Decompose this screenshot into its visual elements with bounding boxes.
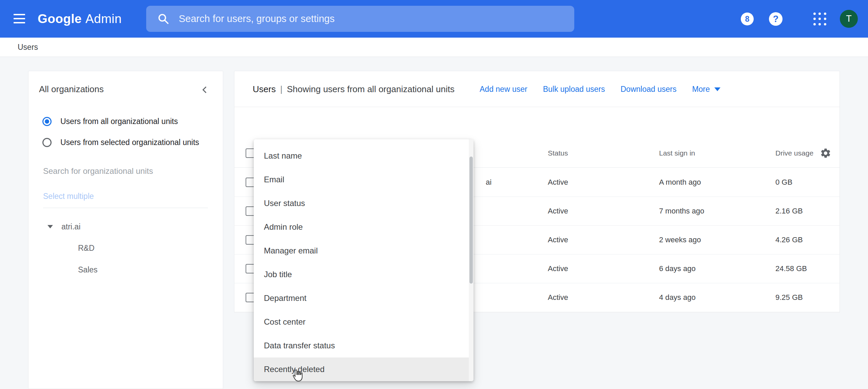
cell-status: Active [548,254,568,283]
cell-last-sign-in: 2 weeks ago [659,226,701,254]
logo-admin-text: Admin [85,12,122,26]
cell-last-sign-in: 6 days ago [659,254,696,283]
org-units-search-input[interactable] [43,166,206,176]
more-label: More [692,85,710,94]
column-header-last-sign-in[interactable]: Last sign in [659,139,695,167]
account-avatar[interactable]: T [840,10,858,28]
sidebar-divider [43,208,208,208]
column-options-dropdown: Last name Email User status Admin role M… [254,139,474,381]
column-settings-button[interactable] [820,147,831,159]
radio-label: Users from all organizational units [60,117,178,126]
radio-label: Users from selected organizational units [60,138,199,147]
screen: Google Admin 8 ? T Users All organizatio… [0,0,868,389]
download-users-button[interactable]: Download users [620,85,676,94]
chevron-down-icon [714,87,720,91]
gear-icon [820,147,831,159]
top-bar: Google Admin 8 ? T [0,0,868,38]
chevron-down-icon [47,225,53,228]
cell-drive-usage: 0 GB [775,168,792,197]
org-tree-root-item[interactable]: atri.ai [28,219,223,234]
google-admin-logo: Google Admin [38,0,122,38]
global-search-bar[interactable] [146,6,574,32]
users-title: Users [253,84,276,95]
column-header-status[interactable]: Status [548,139,568,167]
menu-item-job-title[interactable]: Job title [254,263,474,286]
global-search-input[interactable] [179,13,564,24]
radio-selected-icon [42,117,52,126]
collapse-panel-button[interactable] [198,83,212,97]
menu-item-admin-role[interactable]: Admin role [254,215,474,239]
notifications-badge-icon[interactable]: 8 [741,13,754,25]
chevron-left-icon [200,85,210,95]
org-tree-root-label: atri.ai [61,222,80,231]
column-header-drive-usage[interactable]: Drive usage [775,139,813,167]
select-multiple-link[interactable]: Select multiple [43,192,94,201]
title-separator: | [280,84,283,95]
menu-item-recently-deleted[interactable]: Recently deleted [254,357,474,381]
cell-drive-usage: 2.16 GB [775,197,803,225]
cell-status: Active [548,168,568,197]
cell-drive-usage: 24.58 GB [775,254,807,283]
organizations-panel-title: All organizations [39,71,104,107]
radio-unselected-icon [42,138,52,147]
users-subtitle: Showing users from all organizational un… [287,84,455,95]
cell-last-sign-in: A month ago [659,168,701,197]
menu-item-last-name[interactable]: Last name [254,144,474,168]
breadcrumb-bar: Users [0,38,868,57]
cell-status: Active [548,197,568,225]
more-menu-button[interactable]: More [692,85,720,94]
help-icon[interactable]: ? [769,12,783,26]
dropdown-scrollbar-thumb[interactable] [469,157,473,284]
menu-item-data-transfer-status[interactable]: Data transfer status [254,334,474,357]
cell-last-sign-in: 4 days ago [659,283,696,312]
search-icon [157,13,170,25]
menu-item-manager-email[interactable]: Manager email [254,239,474,263]
bulk-upload-users-button[interactable]: Bulk upload users [543,85,605,94]
cell-drive-usage: 9.25 GB [775,283,803,312]
organizations-panel: All organizations Users from all organiz… [28,71,223,389]
users-card-header: Users | Showing users from all organizat… [234,71,840,107]
menu-item-email[interactable]: Email [254,168,474,191]
org-tree-item-rd[interactable]: R&D [78,243,95,253]
cell-drive-usage: 4.26 GB [775,226,803,254]
radio-users-all-org-units[interactable]: Users from all organizational units [42,115,178,128]
page-title: Users | Showing users from all organizat… [253,71,455,107]
org-tree-item-sales[interactable]: Sales [78,265,98,275]
cell-status: Active [548,283,568,312]
header-actions: Add new user Bulk upload users Download … [480,71,720,107]
cell-name-fragment: ai [486,168,491,197]
logo-google-text: Google [38,12,82,26]
cell-last-sign-in: 7 months ago [659,197,704,225]
breadcrumb[interactable]: Users [18,43,38,52]
apps-grid-icon[interactable] [813,13,826,25]
menu-item-cost-center[interactable]: Cost center [254,310,474,334]
menu-item-department[interactable]: Department [254,286,474,310]
hamburger-menu-icon[interactable] [14,11,29,26]
cell-status: Active [548,226,568,254]
add-new-user-button[interactable]: Add new user [480,85,527,94]
radio-users-selected-org-units[interactable]: Users from selected organizational units [42,136,199,149]
menu-item-user-status[interactable]: User status [254,191,474,215]
